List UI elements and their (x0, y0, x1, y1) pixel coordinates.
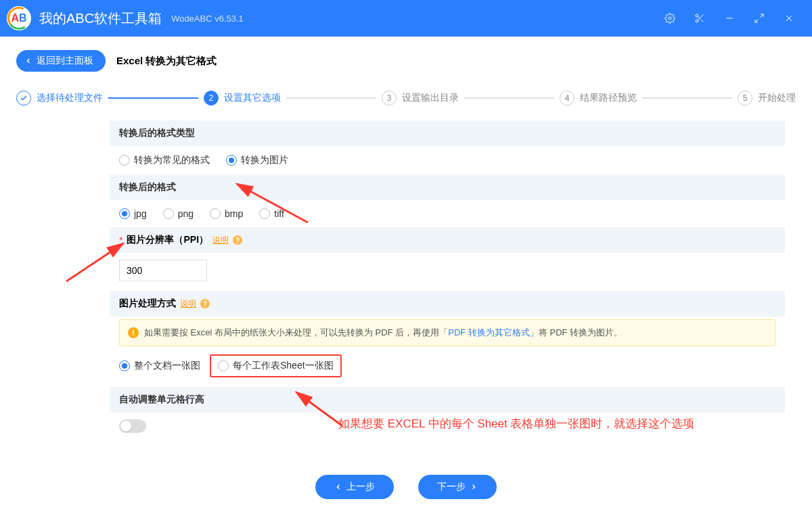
svg-line-5 (698, 16, 700, 18)
annotation-highlight-box: 每个工作表Sheet一张图 (210, 354, 342, 377)
ppi-input[interactable] (119, 260, 207, 281)
radio-whole-doc[interactable]: 整个文档一张图 (119, 360, 200, 372)
step-3: 3 设置输出目录 (382, 91, 459, 106)
radio-tiff[interactable]: tiff (259, 208, 284, 219)
prev-step-button[interactable]: 上一步 (315, 475, 394, 499)
svg-line-4 (701, 20, 704, 22)
section-format-header: 转换后的格式 (110, 174, 785, 200)
page-title: Excel 转换为其它格式 (116, 55, 217, 68)
next-step-button[interactable]: 下一步 (418, 475, 497, 499)
back-button-label: 返回到主面板 (37, 55, 93, 67)
ppi-help-link[interactable]: 说明 (212, 235, 229, 246)
process-mode-header: 图片处理方式 说明 ? (110, 291, 785, 317)
step-2[interactable]: 2 设置其它选项 (204, 91, 281, 106)
ppi-row-header: * 图片分辨率（PPI） 说明 ? (110, 227, 785, 253)
radio-bmp[interactable]: bmp (210, 208, 243, 219)
steps-nav: 选择待处理文件 2 设置其它选项 3 设置输出目录 4 结果路径预览 5 开始处… (16, 91, 796, 106)
titlebar: AB 我的ABC软件工具箱 WodeABC v6.53.1 (0, 0, 812, 37)
step-4: 4 结果路径预览 (560, 91, 637, 106)
mode-help-link[interactable]: 说明 (180, 298, 196, 310)
app-title: 我的ABC软件工具箱 (39, 9, 162, 28)
auto-height-header: 自动调整单元格行高 (110, 387, 785, 413)
radio-per-sheet[interactable]: 每个工作表Sheet一张图 (218, 360, 334, 372)
minimize-icon[interactable] (715, 3, 744, 33)
svg-line-7 (760, 14, 763, 18)
help-icon[interactable]: ? (233, 235, 242, 245)
info-banner: ! 如果需要按 Excel 布局中的纸张大小来处理，可以先转换为 PDF 后，再… (119, 319, 775, 346)
pdf-convert-link[interactable]: PDF 转换为其它格式 (448, 327, 530, 337)
radio-convert-image[interactable]: 转换为图片 (226, 154, 288, 166)
radio-jpg[interactable]: jpg (119, 208, 147, 219)
svg-point-0 (669, 17, 671, 20)
help-icon[interactable]: ? (200, 299, 210, 308)
settings-icon[interactable] (655, 3, 685, 33)
close-icon[interactable] (774, 3, 804, 33)
radio-png[interactable]: png (163, 208, 194, 219)
maximize-icon[interactable] (744, 3, 774, 33)
warning-icon: ! (128, 327, 139, 338)
app-version: WodeABC v6.53.1 (171, 14, 244, 24)
scissors-icon[interactable] (685, 3, 715, 33)
svg-line-8 (755, 19, 759, 22)
section-format-type-header: 转换后的格式类型 (110, 120, 785, 146)
back-button[interactable]: 返回到主面板 (16, 50, 106, 72)
auto-height-toggle[interactable] (119, 419, 146, 433)
step-1[interactable]: 选择待处理文件 (16, 91, 103, 106)
app-logo: AB (7, 6, 31, 30)
radio-convert-common[interactable]: 转换为常见的格式 (119, 154, 210, 166)
step-5: 5 开始处理 (738, 91, 796, 106)
